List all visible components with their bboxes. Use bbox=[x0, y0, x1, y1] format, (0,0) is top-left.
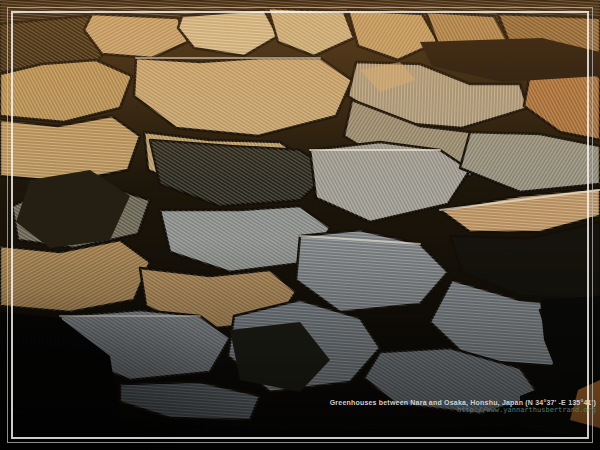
wallpaper-photo bbox=[0, 0, 600, 450]
caption-title: Greenhouses between Nara and Osaka, Hons… bbox=[330, 399, 596, 406]
photo-svg bbox=[0, 0, 600, 450]
warm-glow-overlay bbox=[0, 0, 600, 180]
caption-url: http://www.yannarthusbertrand.org bbox=[330, 406, 596, 414]
corner-vignette bbox=[0, 250, 320, 450]
photo-caption: Greenhouses between Nara and Osaka, Hons… bbox=[330, 399, 596, 414]
